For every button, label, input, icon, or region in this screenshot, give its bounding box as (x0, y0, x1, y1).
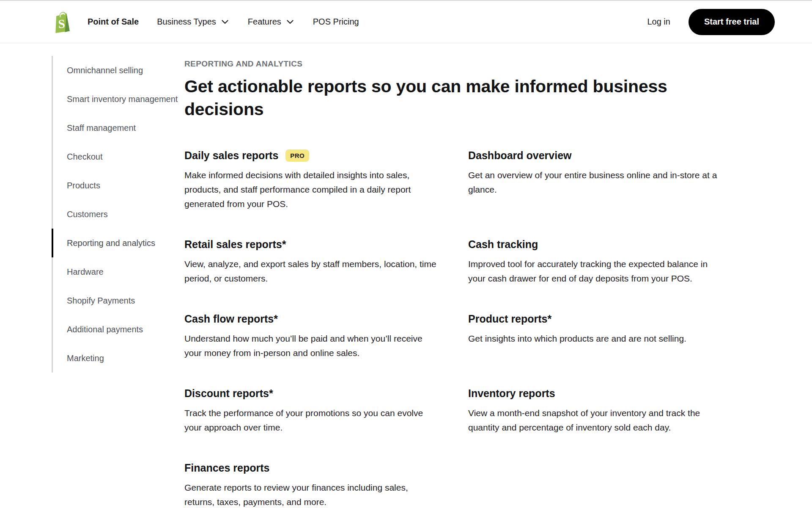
sidebar-item-products[interactable]: Products (53, 171, 184, 200)
start-free-trial-button[interactable]: Start free trial (689, 9, 775, 35)
sidebar-item-checkout[interactable]: Checkout (53, 142, 184, 171)
chevron-down-icon (222, 20, 228, 24)
feature-title: Finances reports (184, 461, 439, 475)
sidebar-item-smart-inventory-management[interactable]: Smart inventory management (53, 85, 184, 113)
shopify-logo[interactable]: S (52, 9, 74, 35)
nav-item-business-types[interactable]: Business Types (157, 17, 228, 27)
feature-description: View, analyze, and export sales by staff… (184, 257, 439, 286)
top-navigation: S Point of Sale Business Types Features … (0, 1, 812, 43)
sidebar-item-shopify-payments[interactable]: Shopify Payments (53, 286, 184, 315)
brand-title[interactable]: Point of Sale (88, 17, 139, 27)
feature-title: Discount reports* (184, 387, 439, 400)
sidebar-item-marketing[interactable]: Marketing (53, 344, 184, 373)
feature-cash-flow-reports: Cash flow reports* Understand how much y… (184, 312, 439, 360)
nav-item-label: POS Pricing (313, 17, 359, 27)
nav-links: Business Types Features POS Pricing (157, 17, 359, 27)
feature-daily-sales-reports: Daily sales reports PRO Make informed de… (184, 149, 439, 211)
section-eyebrow: REPORTING AND ANALYTICS (184, 59, 774, 69)
feature-discount-reports: Discount reports* Track the performance … (184, 387, 439, 435)
page-content: Omnichannel selling Smart inventory mana… (0, 43, 812, 508)
feature-title: Cash tracking (468, 237, 722, 251)
feature-grid: Daily sales reports PRO Make informed de… (184, 149, 774, 508)
chevron-down-icon (287, 20, 294, 24)
feature-title: Inventory reports (468, 387, 722, 400)
feature-cash-tracking: Cash tracking Improved tool for accurate… (468, 237, 722, 286)
sidebar-item-additional-payments[interactable]: Additional payments (53, 315, 184, 344)
feature-title: Dashboard overview (468, 149, 722, 162)
feature-title: Product reports* (468, 312, 722, 326)
feature-description: Track the performance of your promotions… (184, 406, 439, 435)
feature-description: Improved tool for accurately tracking th… (468, 257, 722, 286)
shopify-bag-icon: S (52, 9, 74, 35)
feature-title: Cash flow reports* (184, 312, 439, 326)
sidebar-item-omnichannel-selling[interactable]: Omnichannel selling (53, 56, 184, 85)
feature-description: Generate reports to review your finances… (184, 480, 439, 508)
main-section: REPORTING AND ANALYTICS Get actionable r… (184, 43, 812, 508)
feature-product-reports: Product reports* Get insights into which… (468, 312, 722, 360)
sidebar-list: Omnichannel selling Smart inventory mana… (52, 56, 184, 373)
login-link[interactable]: Log in (647, 17, 670, 27)
sidebar-item-hardware[interactable]: Hardware (53, 257, 184, 286)
feature-title: Retail sales reports* (184, 237, 439, 251)
feature-dashboard-overview: Dashboard overview Get an overview of yo… (468, 149, 722, 211)
sidebar-item-staff-management[interactable]: Staff management (53, 113, 184, 142)
nav-item-label: Features (248, 17, 281, 27)
page-title: Get actionable reports so you can make i… (184, 75, 686, 121)
feature-retail-sales-reports: Retail sales reports* View, analyze, and… (184, 237, 439, 286)
sidebar-item-reporting-and-analytics[interactable]: Reporting and analytics (53, 229, 184, 257)
feature-description: Get insights into which products are and… (468, 331, 722, 346)
nav-item-pos-pricing[interactable]: POS Pricing (313, 17, 359, 27)
nav-item-features[interactable]: Features (248, 17, 294, 27)
pro-badge: PRO (285, 149, 309, 162)
feature-description: Get an overview of your entire business … (468, 168, 722, 197)
feature-title-row: Daily sales reports PRO (184, 149, 439, 162)
feature-description: View a month-end snapshot of your invent… (468, 406, 722, 435)
sidebar-item-customers[interactable]: Customers (53, 200, 184, 229)
feature-description: Make informed decisions with detailed in… (184, 168, 439, 211)
svg-text:S: S (58, 17, 65, 30)
feature-inventory-reports: Inventory reports View a month-end snaps… (468, 387, 722, 435)
feature-title: Daily sales reports (184, 149, 278, 162)
nav-item-label: Business Types (157, 17, 216, 27)
feature-description: Understand how much you’ll be paid and w… (184, 331, 439, 360)
features-sidebar: Omnichannel selling Smart inventory mana… (0, 43, 184, 373)
feature-finances-reports: Finances reports Generate reports to rev… (184, 461, 439, 508)
